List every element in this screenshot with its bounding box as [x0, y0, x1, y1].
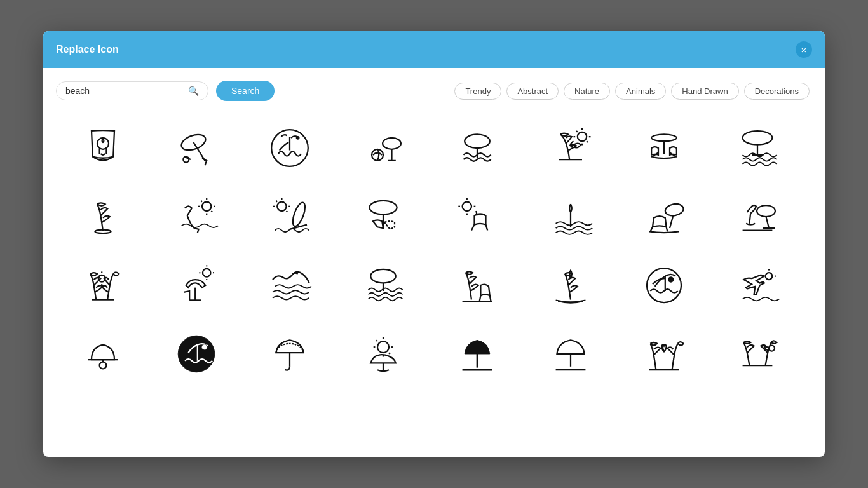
modal-header: Replace Icon ×: [43, 31, 825, 68]
svg-line-42: [276, 201, 278, 202]
svg-line-36: [201, 201, 202, 202]
modal-title: Replace Icon: [56, 44, 119, 55]
icon-umbrella-sun2[interactable]: [711, 182, 804, 251]
icon-sun-chair[interactable]: [430, 182, 524, 251]
svg-point-109: [769, 346, 775, 351]
svg-line-54: [485, 225, 487, 231]
icon-palm-simple2[interactable]: [524, 251, 617, 320]
icon-umbrella-waves2[interactable]: [337, 251, 430, 320]
icon-palms-hearts[interactable]: [618, 320, 711, 388]
svg-line-53: [471, 225, 475, 231]
icons-grid: [56, 114, 804, 388]
svg-point-85: [766, 273, 773, 280]
filter-abstract[interactable]: Abstract: [506, 83, 559, 100]
svg-point-94: [201, 344, 207, 350]
icon-circle-beach-scene[interactable]: [618, 251, 711, 320]
icon-umbrella-outline[interactable]: [524, 320, 617, 388]
svg-line-37: [211, 211, 212, 212]
close-button[interactable]: ×: [796, 41, 812, 58]
svg-line-59: [667, 227, 668, 231]
icon-beach-ball-umbrella[interactable]: [337, 114, 430, 182]
icon-palms-sun2[interactable]: [56, 251, 149, 320]
icon-seaweed-waves[interactable]: [524, 182, 617, 251]
search-bar: 🔍 Search Trendy Abstract Nature Animals …: [56, 81, 810, 101]
icons-area: [56, 114, 810, 444]
svg-line-102: [389, 353, 390, 354]
icon-surf-sun[interactable]: [149, 182, 243, 251]
filter-animals[interactable]: Animals: [615, 83, 666, 100]
svg-point-15: [578, 132, 587, 141]
svg-point-84: [668, 277, 673, 281]
svg-point-60: [757, 205, 775, 217]
icon-umbrella-open[interactable]: [243, 320, 337, 388]
svg-point-23: [651, 134, 677, 141]
filter-trendy[interactable]: Trendy: [454, 83, 501, 100]
icon-plane-sun-beach[interactable]: [711, 251, 804, 320]
svg-point-30: [95, 230, 111, 233]
svg-point-27: [743, 131, 773, 145]
icon-palm-chair[interactable]: [430, 251, 524, 320]
icon-surfboard-sun[interactable]: [243, 182, 337, 251]
icon-sun-umbrella-person[interactable]: [149, 251, 243, 320]
svg-line-101: [377, 340, 378, 341]
svg-point-82: [647, 268, 681, 302]
svg-point-70: [203, 269, 211, 277]
svg-line-43: [287, 211, 288, 212]
search-input-wrap: 🔍: [56, 81, 208, 100]
filter-nature[interactable]: Nature: [564, 83, 610, 100]
icon-sun-umbrella3[interactable]: [337, 320, 430, 388]
icon-palm-simple[interactable]: [56, 182, 149, 251]
icon-umbrella-lounge[interactable]: [337, 182, 430, 251]
search-input[interactable]: [65, 86, 184, 96]
svg-point-56: [665, 203, 684, 217]
svg-point-31: [202, 202, 211, 211]
icon-beach-circle[interactable]: [243, 114, 337, 182]
svg-point-38: [277, 202, 286, 211]
svg-point-96: [377, 341, 389, 353]
svg-point-46: [370, 201, 397, 215]
svg-line-79: [479, 295, 480, 301]
svg-point-92: [178, 336, 215, 372]
icon-beach-umbrella-tilt[interactable]: [149, 114, 243, 182]
icon-circle-dark[interactable]: [149, 320, 243, 388]
icon-umbrella-solid[interactable]: [430, 320, 524, 388]
svg-line-21: [587, 141, 588, 142]
svg-point-9: [383, 138, 401, 149]
svg-line-57: [670, 215, 673, 228]
svg-line-80: [489, 295, 491, 301]
svg-point-77: [371, 269, 397, 283]
svg-point-48: [462, 202, 471, 211]
svg-point-13: [465, 134, 490, 148]
icon-beach-umbrella-waves[interactable]: [430, 114, 524, 182]
icon-beach-palm-sun[interactable]: [524, 114, 617, 182]
icon-beach-shield[interactable]: [56, 114, 149, 182]
svg-line-61: [766, 217, 770, 228]
icon-wave-surf[interactable]: [243, 251, 337, 320]
icon-palms-circle[interactable]: [711, 320, 804, 388]
svg-line-58: [651, 227, 653, 231]
svg-point-89: [99, 362, 106, 369]
search-button[interactable]: Search: [216, 81, 275, 101]
svg-line-20: [576, 131, 578, 132]
icon-lounge-umbrella2[interactable]: [618, 182, 711, 251]
filter-decorations[interactable]: Decorations: [744, 83, 810, 100]
svg-point-44: [290, 201, 308, 227]
filter-tags: Trendy Abstract Nature Animals Hand Draw…: [454, 83, 810, 100]
filter-hand-drawn[interactable]: Hand Drawn: [671, 83, 738, 100]
icon-beach-dome[interactable]: [56, 320, 149, 388]
search-icon: 🔍: [188, 86, 199, 96]
icon-beach-umbrella-water[interactable]: [711, 114, 804, 182]
icon-beach-chairs[interactable]: [618, 114, 711, 182]
modal-body: 🔍 Search Trendy Abstract Nature Animals …: [43, 68, 825, 457]
replace-icon-modal: Replace Icon × 🔍 Search Trendy Abstract …: [43, 31, 825, 457]
icons-scroll[interactable]: [56, 114, 810, 444]
